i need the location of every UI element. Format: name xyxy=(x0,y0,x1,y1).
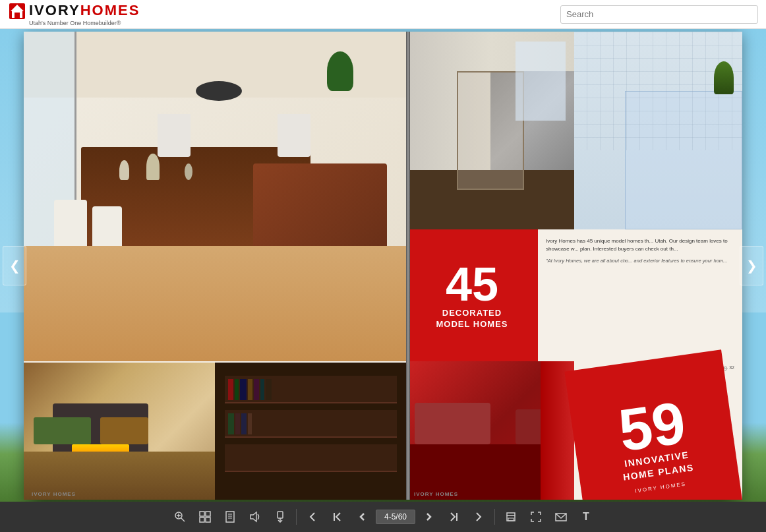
cover-59-number: 59 xyxy=(616,396,688,458)
toolbar-zoom-group xyxy=(168,505,292,529)
share-button[interactable] xyxy=(268,505,292,529)
prev-arrow-icon xyxy=(307,512,318,522)
last-page-button[interactable] xyxy=(442,505,465,529)
cover-59-book: 59 INNOVATIVE HOME PLANS IVORY HOMES xyxy=(564,349,742,500)
print-button[interactable] xyxy=(499,505,523,529)
logo-area: IVORY HOMES Utah's Number One Homebuilde… xyxy=(8,2,140,27)
svg-rect-11 xyxy=(226,512,234,522)
search-input[interactable] xyxy=(560,5,758,24)
logo-homes: HOMES xyxy=(80,3,140,18)
dining-room-image xyxy=(24,32,406,361)
svg-rect-9 xyxy=(200,517,204,522)
print-icon xyxy=(505,511,517,523)
right-page: Featured home: Creighton Traditional in … xyxy=(406,32,742,500)
fullscreen-button[interactable] xyxy=(524,505,548,529)
right-bottom-section: Traditional in Murray, pg. 32 59 INNOVAT… xyxy=(406,361,742,500)
promo-45-box: 45 DECORATED MODEL HOMES xyxy=(406,229,538,361)
next-single-button[interactable] xyxy=(417,505,440,529)
next-single-icon xyxy=(423,512,434,522)
svg-rect-8 xyxy=(206,512,210,516)
single-page-button[interactable] xyxy=(218,505,242,529)
prev-page-button[interactable] xyxy=(301,505,324,529)
viewer-area: ❮ xyxy=(0,29,766,502)
bathroom-image xyxy=(574,32,742,229)
zoom-in-button[interactable] xyxy=(168,505,192,529)
right-page-footer-brand: IVORY HOMES xyxy=(414,491,458,497)
grid-view-button[interactable] xyxy=(193,505,217,529)
svg-rect-2 xyxy=(15,13,20,18)
toolbar: 4-5/60 T xyxy=(0,502,766,532)
logo-house-icon xyxy=(8,2,26,20)
text-button[interactable]: T xyxy=(574,505,598,529)
fullscreen-icon xyxy=(530,511,542,523)
left-bottom-row: IVORY HOMES xyxy=(24,363,406,500)
left-page-footer-brand: IVORY HOMES xyxy=(32,491,76,497)
prev-single-button[interactable] xyxy=(351,505,374,529)
last-page-icon xyxy=(448,512,459,522)
share-icon xyxy=(274,511,286,523)
svg-marker-15 xyxy=(250,512,256,521)
promo-45-subtitle: DECORATED MODEL HOMES xyxy=(436,308,508,330)
right-top-row: Featured home: Creighton Traditional in … xyxy=(406,32,742,229)
zoom-in-icon xyxy=(174,511,186,523)
email-icon xyxy=(555,511,567,523)
right-middle-section: 45 DECORATED MODEL HOMES Ivory Homes has… xyxy=(406,229,742,361)
svg-rect-7 xyxy=(200,512,204,516)
grid-icon xyxy=(199,511,211,523)
sound-icon xyxy=(249,511,261,523)
left-page: IVORY HOMES xyxy=(24,32,406,500)
toolbar-actions-group: T xyxy=(499,505,598,529)
prev-arrow-button[interactable]: ❮ xyxy=(3,246,26,285)
book-spread: IVORY HOMES xyxy=(24,32,742,500)
logo-ivory: IVORY xyxy=(29,3,80,18)
header: IVORY HOMES Utah's Number One Homebuilde… xyxy=(0,0,766,29)
red-living-room-image xyxy=(406,361,574,500)
hallway-image: Featured home: Creighton Traditional in … xyxy=(406,32,574,229)
bookcase-image xyxy=(215,363,406,500)
toolbar-divider-2 xyxy=(494,509,495,525)
svg-rect-16 xyxy=(278,512,283,518)
page-indicator: 4-5/60 xyxy=(376,510,415,524)
text-icon: T xyxy=(583,511,589,523)
sound-button[interactable] xyxy=(243,505,267,529)
toolbar-nav-group: 4-5/60 xyxy=(301,505,490,529)
body-text-quote: "At Ivory Homes, we are all about cho...… xyxy=(546,257,734,264)
cover-59-brand: IVORY HOMES xyxy=(635,481,687,494)
next-page-button[interactable] xyxy=(467,505,490,529)
body-text-p1: Ivory Homes has 45 unique model homes th… xyxy=(546,237,734,253)
first-page-button[interactable] xyxy=(326,505,349,529)
first-page-icon xyxy=(332,512,343,522)
page-icon xyxy=(224,511,236,523)
logo-tagline: Utah's Number One Homebuilder® xyxy=(29,20,140,27)
next-arrow-button[interactable]: ❯ xyxy=(740,246,763,285)
next-arrow-icon xyxy=(473,512,484,522)
chevron-left-icon: ❮ xyxy=(9,258,20,274)
svg-line-4 xyxy=(181,518,185,521)
book-spine xyxy=(406,32,410,500)
promo-45-number: 45 xyxy=(446,260,498,308)
living-room-fireplace-image: IVORY HOMES xyxy=(24,363,215,500)
prev-single-icon xyxy=(357,512,368,522)
svg-rect-10 xyxy=(206,517,210,522)
chevron-right-icon: ❯ xyxy=(746,258,757,274)
email-button[interactable] xyxy=(549,505,573,529)
promo-body-text: Ivory Homes has 45 unique model homes th… xyxy=(538,229,742,361)
toolbar-divider-1 xyxy=(296,509,297,525)
